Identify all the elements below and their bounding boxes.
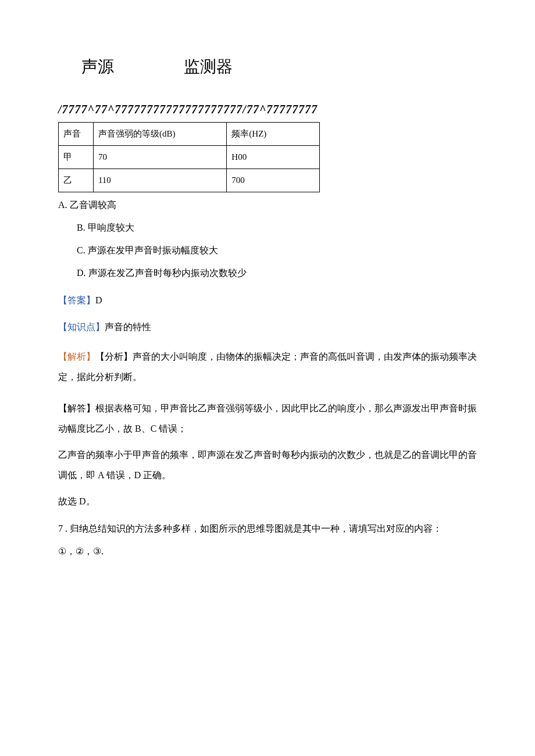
data-table: 声音 声音强弱的等级(dB) 频率(HZ) 甲 70 H00 乙 110 700 <box>58 122 320 192</box>
table-cell: 乙 <box>59 169 94 192</box>
option-a: A. 乙音调较高 <box>58 197 477 214</box>
answer-value: D <box>95 295 102 305</box>
solution-p3: 故选 D。 <box>58 493 477 510</box>
label-monitor: 监测器 <box>184 52 233 81</box>
fenxi-label: 【分析】 <box>95 352 133 361</box>
table-cell: 110 <box>93 169 226 192</box>
analysis-label: 【解析】 <box>58 352 95 361</box>
answer-block: 【答案】D <box>58 292 477 309</box>
separator-scribble: /7777^77^77777777777777777777/77^7777777… <box>58 99 477 120</box>
option-d: D. 声源在发乙声音时每秒内振动次数较少 <box>77 265 477 282</box>
table-row: 甲 70 H00 <box>59 146 320 169</box>
solution-p1: 【解答】根据表格可知，甲声音比乙声音强弱等级小，因此甲比乙的响度小，那么声源发出… <box>58 398 477 439</box>
knowledge-block: 【知识点】声音的特性 <box>58 319 477 336</box>
question7-p1: 7 . 归纳总结知识的方法多种多样，如图所示的思维导图就是其中一种，请填写出对应… <box>58 521 477 538</box>
table-header-cell: 声音 <box>59 123 94 146</box>
knowledge-value: 声音的特性 <box>105 322 151 332</box>
table-cell: 甲 <box>59 146 94 169</box>
table-cell: 700 <box>227 169 320 192</box>
table-cell: H00 <box>227 146 320 169</box>
question7-p2: ①，②，③. <box>58 543 477 560</box>
solution-p2: 乙声音的频率小于甲声音的频率，即声源在发乙声音时每秒内振动的次数少，也就是乙的音… <box>58 445 477 485</box>
table-row: 乙 110 700 <box>59 169 320 192</box>
option-c: C. 声源在发甲声音时振动幅度较大 <box>77 242 477 259</box>
table-header-cell: 频率(HZ) <box>227 123 320 146</box>
table-cell: 70 <box>93 146 226 169</box>
analysis-block: 【解析】【分析】声音的大小叫响度，由物体的振幅决定；声音的高低叫音调，由发声体的… <box>58 346 477 387</box>
table-row: 声音 声音强弱的等级(dB) 频率(HZ) <box>59 123 320 146</box>
label-sound-source: 声源 <box>81 52 114 81</box>
option-b: B. 甲响度较大 <box>77 220 477 237</box>
knowledge-label: 【知识点】 <box>58 322 105 332</box>
answer-label: 【答案】 <box>58 295 95 305</box>
table-header-cell: 声音强弱的等级(dB) <box>93 123 226 146</box>
